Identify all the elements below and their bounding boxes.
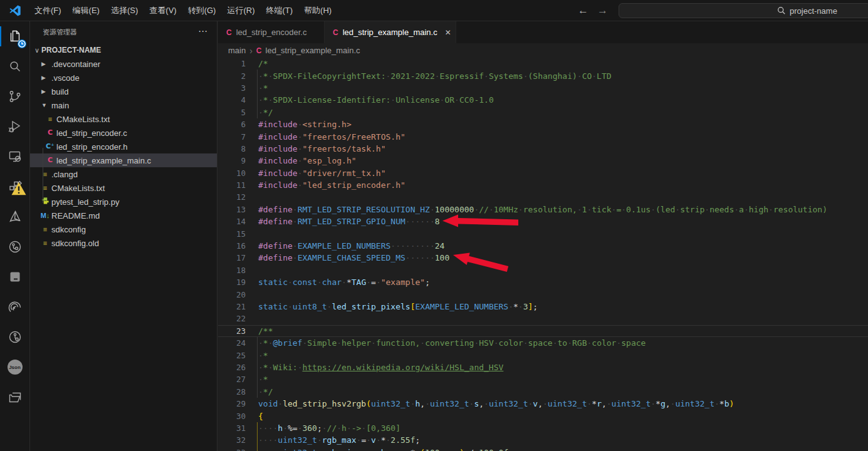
code-line-30[interactable]: 30{ — [218, 410, 868, 422]
code-line-28[interactable]: 28·*/ — [218, 386, 868, 398]
code-line-6[interactable]: 6#include·<string.h> — [218, 118, 868, 130]
tree-item-sdkconfig.old[interactable]: ≡sdkconfig.old — [30, 236, 217, 250]
code-line-29[interactable]: 29void·led_strip_hsv2rgb(uint32_t·h,·uin… — [218, 398, 868, 410]
code-line-19[interactable]: 19static·const·char·*TAG·=·"example"; — [218, 276, 868, 288]
project-folder-icon[interactable] — [0, 382, 29, 412]
code-line-26[interactable]: 26·*·Wiki:·https://en.wikipedia.org/wiki… — [218, 361, 868, 373]
tree-folder-.devcontainer[interactable]: ▶.devcontainer — [30, 57, 217, 71]
tree-item-label: .clangd — [51, 170, 78, 179]
nav-forward-button[interactable]: → — [597, 4, 608, 17]
explorer-sidebar: 资源管理器 ⋯ ∨ PROJECT-NAME ▶.devcontainer▶.v… — [30, 21, 217, 451]
code-line-22[interactable]: 22 — [218, 313, 868, 324]
editor-group: Cled_strip_encoder.cCled_strip_example_m… — [218, 21, 868, 451]
nav-back-button[interactable]: ← — [578, 4, 588, 17]
run-and-debug-icon[interactable] — [0, 111, 29, 142]
tree-item-label: led_strip_encoder.h — [56, 142, 127, 152]
tab-bar: Cled_strip_encoder.cCled_strip_example_m… — [218, 21, 868, 43]
tree-item-pytest_led_strip.py[interactable]: pytest_led_strip.py — [30, 195, 217, 209]
tree-item-led_strip_example_main.c[interactable]: Cled_strip_example_main.c — [30, 153, 217, 167]
code-line-1[interactable]: 1/* — [218, 58, 868, 70]
code-line-31[interactable]: 31····h·%=·360;·//·h·->·[0,360] — [218, 422, 868, 434]
code-line-33[interactable]: 33····uint32_t·rgb_min·=·rgb_max·*·(100·… — [218, 447, 868, 451]
code-line-3[interactable]: 3·* — [218, 82, 868, 94]
code-line-27[interactable]: 27·* — [218, 373, 868, 385]
editor-tab-led_strip_example_main.c[interactable]: Cled_strip_example_main.c✕ — [325, 21, 456, 43]
tree-item-sdkconfig[interactable]: ≡sdkconfig — [30, 222, 217, 236]
menu-item[interactable]: 查看(V) — [144, 3, 182, 19]
tree-item-README.md[interactable]: M↓README.md — [30, 209, 217, 222]
command-center-search[interactable]: project-name — [619, 3, 868, 18]
code-line-9[interactable]: 9#include·"esp_log.h" — [218, 155, 868, 167]
line-number: 3 — [218, 83, 246, 93]
code-line-12[interactable]: 12 — [218, 191, 868, 203]
line-number: 13 — [218, 205, 246, 214]
line-number: 21 — [218, 302, 246, 311]
project-root-label: PROJECT-NAME — [41, 46, 101, 54]
tree-folder-main[interactable]: ▼main — [30, 98, 217, 112]
tree-item-label: main — [51, 101, 69, 110]
menu-item[interactable]: 运行(R) — [221, 3, 260, 19]
menu-item[interactable]: 终端(T) — [260, 3, 298, 19]
editor-tab-led_strip_encoder.c[interactable]: Cled_strip_encoder.c — [218, 21, 325, 43]
remote-explorer-icon[interactable] — [0, 142, 29, 172]
tree-root-project-name[interactable]: ∨ PROJECT-NAME — [30, 43, 217, 57]
line-number: 20 — [218, 290, 246, 299]
line-number: 24 — [218, 338, 246, 348]
commit-graph-icon[interactable] — [0, 322, 29, 352]
tree-item-led_strip_encoder.h[interactable]: C⁺led_strip_encoder.h — [30, 140, 217, 153]
code-line-21[interactable]: 21static·uint8_t·led_strip_pixels[EXAMPL… — [218, 301, 868, 313]
line-number: 4 — [218, 95, 246, 105]
code-line-23[interactable]: 23/** — [218, 325, 868, 337]
cmake-icon[interactable] — [0, 202, 29, 232]
breadcrumb[interactable]: main › C led_strip_example_main.c — [218, 43, 868, 58]
git-graph-icon[interactable] — [0, 232, 29, 262]
search-icon[interactable] — [0, 51, 29, 81]
tree-folder-.vscode[interactable]: ▶.vscode — [30, 71, 217, 85]
code-line-8[interactable]: 8#include·"freertos/task.h" — [218, 143, 868, 155]
menu-item[interactable]: 选择(S) — [105, 3, 144, 19]
code-line-25[interactable]: 25·* — [218, 349, 868, 361]
code-line-11[interactable]: 11#include·"led_strip_encoder.h" — [218, 179, 868, 191]
tree-item-CMakeLists.txt[interactable]: ≡CMakeLists.txt — [30, 181, 217, 195]
tree-item-.clangd[interactable]: ≡.clangd — [30, 167, 217, 181]
code-line-32[interactable]: 32····uint32_t·rgb_max·=·v·*·2.55f; — [218, 434, 868, 446]
json-icon[interactable]: Json — [0, 352, 29, 382]
code-line-24[interactable]: 24·*·@brief·Simple·helper·function,·conv… — [218, 337, 868, 349]
code-editor[interactable]: 1/*2·*·SPDX-FileCopyrightText:·2021-2022… — [218, 58, 868, 451]
code-line-16[interactable]: 16#define·EXAMPLE_LED_NUMBERS·········24 — [218, 240, 868, 252]
code-line-18[interactable]: 18 — [218, 264, 868, 276]
code-line-7[interactable]: 7#include·"freertos/FreeRTOS.h" — [218, 130, 868, 142]
extensions-icon[interactable] — [0, 172, 29, 202]
line-number: 19 — [218, 277, 246, 287]
code-text: ·*·SPDX-FileCopyrightText:·2021-2022·Esp… — [258, 71, 612, 81]
tree-item-led_strip_encoder.c[interactable]: Cled_strip_encoder.c — [30, 126, 217, 140]
code-line-15[interactable]: 15 — [218, 227, 868, 239]
menu-item[interactable]: 编辑(E) — [67, 3, 105, 19]
terminal-square-icon[interactable] — [0, 262, 29, 292]
code-line-4[interactable]: 4·*·SPDX-License-Identifier:·Unlicense·O… — [218, 94, 868, 106]
menu-item[interactable]: 文件(F) — [29, 3, 67, 19]
menu-item[interactable]: 转到(G) — [182, 3, 222, 19]
tree-folder-build[interactable]: ▶build — [30, 85, 217, 98]
line-number: 15 — [218, 229, 246, 239]
code-line-17[interactable]: 17#define·EXAMPLE_CHASE_SPEED_MS······10… — [218, 252, 868, 264]
c-file-icon: C — [333, 28, 338, 37]
explorer-icon[interactable] — [0, 21, 29, 51]
menu-item[interactable]: 帮助(H) — [298, 3, 337, 19]
code-line-14[interactable]: 14#define·RMT_LED_STRIP_GPIO_NUM······8 — [218, 215, 868, 227]
breadcrumb-folder[interactable]: main — [228, 46, 246, 55]
close-icon[interactable]: ✕ — [445, 28, 451, 37]
breadcrumb-file[interactable]: led_strip_example_main.c — [266, 46, 360, 55]
sidebar-more-actions-button[interactable]: ⋯ — [198, 26, 208, 37]
activity-bar: Json — [0, 21, 30, 451]
code-line-13[interactable]: 13#define·RMT_LED_STRIP_RESOLUTION_HZ·10… — [218, 204, 868, 215]
code-line-2[interactable]: 2·*·SPDX-FileCopyrightText:·2021-2022·Es… — [218, 70, 868, 81]
code-line-20[interactable]: 20 — [218, 288, 868, 300]
code-line-10[interactable]: 10#include·"driver/rmt_tx.h" — [218, 167, 868, 179]
line-number: 14 — [218, 217, 246, 226]
code-text: ·*/ — [258, 108, 273, 117]
espressif-idf-icon[interactable] — [0, 292, 29, 322]
tree-item-CMakeLists.txt[interactable]: ≡CMakeLists.txt — [30, 112, 217, 126]
source-control-icon[interactable] — [0, 81, 29, 111]
code-line-5[interactable]: 5·*/ — [218, 106, 868, 118]
